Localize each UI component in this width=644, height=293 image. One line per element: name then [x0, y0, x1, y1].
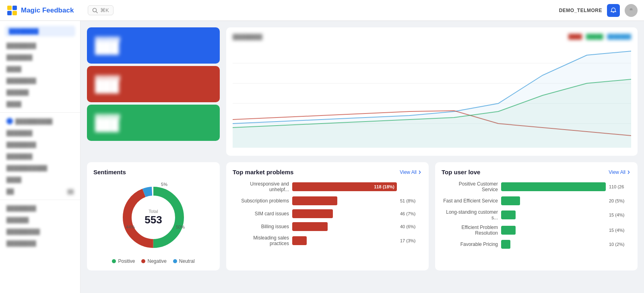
market-problem-bar-fill-4 [292, 236, 307, 245]
market-problem-label-0: Unresponsive and unhelpf... [233, 181, 289, 192]
market-problems-header: Top market problems View All [233, 169, 422, 175]
user-love-bar-track-1 [501, 196, 606, 205]
sidebar-item-6[interactable]: ████ [0, 98, 80, 110]
user-love-bar-track-4 [501, 240, 606, 249]
sidebar-item-11[interactable]: ███████████ [0, 162, 80, 174]
legend-negative-label: Negative [147, 258, 166, 264]
sidebar-item-15[interactable]: ██████ [0, 214, 80, 226]
market-problem-label-1: Subscription problems [233, 198, 289, 204]
svg-rect-1 [12, 6, 17, 10]
trend-chart [233, 43, 631, 148]
chevron-right-icon [417, 170, 422, 175]
market-problem-bar-fill-0: 118 (18%) [292, 182, 397, 191]
sidebar-item-9[interactable]: ████████ [0, 139, 80, 151]
user-love-bar-track-0 [501, 182, 606, 191]
user-love-header: Top user love View All [442, 169, 631, 175]
sidebar-item-17[interactable]: ████████ [0, 237, 80, 249]
user-love-value-4: 10 (2%) [609, 242, 631, 247]
user-love-bar-fill-0 [501, 182, 606, 191]
sidebar-item-1[interactable]: ████████ [0, 40, 80, 52]
user-love-bar-fill-4 [501, 240, 510, 249]
legend-neutral-dot [173, 259, 177, 263]
user-love-bars: Positive Customer Service110 (26Fast and… [442, 181, 631, 249]
svg-rect-2 [7, 11, 12, 15]
market-problem-bar-track-1 [292, 196, 397, 205]
legend-positive-dot [112, 259, 116, 263]
stat-card-blue: ████████ ███ [87, 27, 220, 64]
market-problem-label-2: SIM card issues [233, 211, 289, 217]
bell-icon [610, 7, 617, 14]
legend-negative: Negative [141, 258, 166, 264]
sidebar-item-12[interactable]: ████ [0, 174, 80, 186]
sidebar-item-2[interactable]: ███████ [0, 52, 80, 63]
market-problem-row-1: Subscription problems51 (8%) [233, 196, 422, 205]
market-problem-value-2: 46 (7%) [400, 211, 422, 216]
user-avatar[interactable] [625, 4, 638, 17]
market-problem-value-3: 40 (6%) [400, 224, 422, 229]
stat-card-green-content: ████████ ███ [95, 114, 212, 132]
sidebar-item-13[interactable]: ██ ██ [0, 186, 80, 197]
header: Magic Feedback ⌘K DEMO_TELMORE [0, 0, 644, 21]
stat-card-red-content: ████████ ███ [95, 75, 212, 93]
market-problem-bar-track-4 [292, 236, 397, 245]
search-bar[interactable]: ⌘K [88, 5, 114, 15]
market-problem-row-3: Billing issues40 (6%) [233, 222, 422, 231]
user-love-bar-track-2 [501, 210, 606, 219]
logo-brand: Magic [21, 6, 40, 14]
user-love-row-0: Positive Customer Service110 (26 [442, 181, 631, 192]
donut-chart-container: Total 553 44% 50% 5% [93, 181, 213, 264]
market-problems-view-all[interactable]: View All [400, 169, 422, 175]
sidebar-item-10[interactable]: ███████ [0, 151, 80, 162]
main-layout: ████████ ████████ ███████ ████ ████████ … [0, 21, 644, 293]
user-love-label-0: Positive Customer Service [442, 181, 498, 192]
market-problem-row-4: Misleading sales practices17 (3%) [233, 235, 422, 246]
sidebar-item-5[interactable]: ██████ [0, 87, 80, 98]
market-problems-panel: Top market problems View All Unresponsiv… [226, 162, 429, 270]
sidebar-item-3[interactable]: ████ [0, 63, 80, 75]
market-problem-label-3: Billing issues [233, 224, 289, 229]
user-love-row-3: Efficient Problem Resolution15 (4%) [442, 225, 631, 236]
negative-pct-label: 44% [126, 225, 135, 229]
total-value: 553 [144, 214, 162, 226]
user-love-bar-fill-1 [501, 196, 520, 205]
user-love-label-1: Fast and Efficient Service [442, 198, 498, 204]
stat-card-blue-content: ████████ ███ [95, 37, 212, 54]
sidebar-item-4[interactable]: ████████ [0, 75, 80, 87]
user-love-title: Top user love [442, 169, 480, 175]
sidebar-item-14[interactable]: ████████ [0, 202, 80, 214]
sidebar-item-8[interactable]: ███████ [0, 127, 80, 139]
user-love-view-all[interactable]: View All [609, 169, 631, 175]
donut-chart: Total 553 44% 50% 5% [117, 181, 190, 254]
bottom-row: Sentiments To [87, 162, 638, 270]
market-problems-bars: Unresponsive and unhelpf...118 (18%)Subs… [233, 181, 422, 246]
sidebar-item-active[interactable]: ████████ [5, 26, 75, 37]
notification-button[interactable] [607, 4, 620, 17]
user-love-bar-fill-3 [501, 226, 516, 235]
market-problem-value-4: 17 (3%) [400, 238, 422, 243]
user-love-bar-fill-2 [501, 210, 516, 219]
user-love-label-4: Favorable Pricing [442, 241, 498, 247]
user-love-row-4: Favorable Pricing10 (2%) [442, 240, 631, 249]
logo-text: Magic Feedback [21, 6, 74, 14]
market-problem-value-1: 51 (8%) [400, 198, 422, 203]
avatar-icon [627, 7, 635, 14]
stats-row: ████████ ███ ████████ ███ ████████ ███ [87, 27, 638, 156]
user-love-value-1: 20 (5%) [609, 198, 631, 203]
sidebar-item-7[interactable]: ██████████ [0, 115, 80, 127]
chevron-right-icon-love [626, 170, 631, 175]
search-icon [92, 8, 98, 13]
search-shortcut: ⌘K [100, 7, 109, 13]
sentiments-panel: Sentiments To [87, 162, 220, 270]
user-love-row-1: Fast and Efficient Service20 (5%) [442, 196, 631, 205]
market-problem-bar-fill-3 [292, 222, 328, 231]
market-problem-bar-track-2 [292, 209, 397, 218]
chart-area: ████████ ████ █████ ███████ [226, 27, 638, 156]
demo-label: DEMO_TELMORE [559, 8, 602, 13]
svg-rect-0 [7, 6, 12, 10]
sidebar-item-16[interactable]: █████████ [0, 226, 80, 237]
stat-card-green: ████████ ███ [87, 105, 220, 141]
sentiment-legend: Positive Negative Neutral [112, 258, 194, 264]
user-love-row-2: Long-standing customer s...15 (4%) [442, 209, 631, 221]
market-problem-label-4: Misleading sales practices [233, 235, 289, 246]
market-problem-bar-fill-2 [292, 209, 333, 218]
